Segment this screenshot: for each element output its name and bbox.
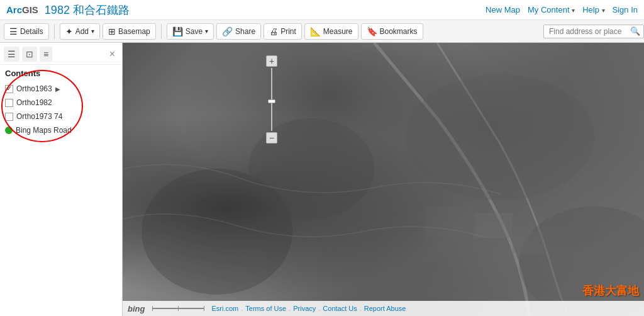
bookmarks-icon: 🔖	[367, 26, 377, 37]
save-button[interactable]: 💾 Save ▾	[167, 23, 214, 40]
zoom-thumb[interactable]	[268, 99, 275, 103]
layer-expand-arrow-ortho1963[interactable]: ▶	[55, 86, 60, 93]
print-icon: 🖨	[269, 26, 278, 37]
add-button[interactable]: ✦ Add ▾	[60, 23, 100, 40]
nav-links: New Map My Content ▾ Help ▾ Sign In	[486, 5, 638, 14]
esri-link[interactable]: Esri.com	[212, 305, 239, 312]
list-item[interactable]: Ortho1982	[0, 96, 122, 110]
share-icon: 🔗	[222, 26, 233, 37]
new-map-link[interactable]: New Map	[486, 5, 520, 14]
save-dropdown-arrow: ▾	[205, 28, 208, 35]
search-icon: 🔍	[630, 26, 640, 36]
my-content-arrow: ▾	[572, 7, 575, 14]
add-dropdown-arrow: ▾	[91, 28, 94, 35]
map-area[interactable]: + − 香港大富地 bing Esri.com . Terms of Use .	[123, 43, 644, 316]
footer-sep-1: .	[241, 305, 243, 312]
watermark: 香港大富地	[582, 283, 639, 298]
basemap-icon: ⊞	[108, 26, 116, 37]
arcgis-logo: ArcGIS	[6, 4, 38, 15]
sidebar-close-button[interactable]: ×	[106, 47, 118, 61]
bookmarks-button[interactable]: 🔖 Bookmarks	[361, 23, 423, 40]
sidebar-view-table-button[interactable]: ⊡	[22, 47, 37, 62]
search-input[interactable]	[543, 25, 644, 38]
svg-rect-5	[475, 213, 513, 238]
map-footer: bing Esri.com . Terms of Use . Privacy .…	[123, 301, 644, 316]
list-item[interactable]: Ortho1963 ▶	[0, 82, 122, 96]
zoom-in-button[interactable]: +	[266, 55, 277, 67]
footer-sep-3: .	[318, 305, 320, 312]
svg-rect-4	[425, 206, 475, 238]
sidebar-view-details-button[interactable]: ☰	[4, 47, 19, 62]
details-button[interactable]: ☰ Details	[4, 23, 49, 40]
scale-bar	[152, 306, 204, 311]
main-content: ☰ ⊡ ≡ × Contents Ortho1963 ▶ Ortho1982 O…	[0, 43, 644, 316]
save-icon: 💾	[172, 26, 183, 37]
toolbar-separator-2	[161, 24, 162, 39]
top-nav-bar: ArcGIS 1982 和合石鐵路 New Map My Content ▾ H…	[0, 0, 644, 20]
map-background	[123, 43, 644, 316]
map-overlay	[123, 43, 644, 316]
layer-label-bingmapsroad: Bing Maps Road	[16, 126, 72, 135]
layer-checkbox-ortho1963[interactable]	[5, 85, 13, 93]
sidebar: ☰ ⊡ ≡ × Contents Ortho1963 ▶ Ortho1982 O…	[0, 43, 123, 316]
report-link[interactable]: Report Abuse	[364, 305, 406, 312]
svg-rect-7	[550, 219, 594, 247]
bing-logo: bing	[128, 304, 145, 313]
toolbar: ☰ Details ✦ Add ▾ ⊞ Basemap 💾 Save ▾ 🔗 S…	[0, 20, 644, 43]
share-button[interactable]: 🔗 Share	[216, 23, 261, 40]
layer-label-ortho1963: Ortho1963	[16, 84, 52, 93]
help-link[interactable]: Help ▾	[582, 5, 604, 14]
svg-rect-6	[513, 232, 544, 254]
print-button[interactable]: 🖨 Print	[264, 23, 302, 40]
footer-sep-2: .	[289, 305, 291, 312]
contents-label: Contents	[0, 65, 122, 81]
svg-point-2	[406, 74, 594, 200]
terms-link[interactable]: Terms of Use	[245, 305, 286, 312]
page-title: 1982 和合石鐵路	[45, 3, 486, 18]
sign-in-link[interactable]: Sign In	[613, 5, 638, 14]
contact-link[interactable]: Contact Us	[323, 305, 357, 312]
layer-list: Ortho1963 ▶ Ortho1982 Ortho1973 74 Bing …	[0, 81, 122, 316]
list-item[interactable]: Bing Maps Road	[0, 123, 122, 137]
add-icon: ✦	[65, 26, 73, 37]
privacy-link[interactable]: Privacy	[293, 305, 316, 312]
zoom-track	[271, 68, 272, 131]
bing-dot-icon	[5, 127, 13, 134]
my-content-link[interactable]: My Content ▾	[528, 5, 575, 14]
sidebar-icon-row: ☰ ⊡ ≡ ×	[0, 43, 122, 65]
list-item[interactable]: Ortho1973 74	[0, 110, 122, 123]
layer-checkbox-ortho197374[interactable]	[5, 113, 13, 121]
toolbar-separator	[54, 24, 55, 39]
basemap-button[interactable]: ⊞ Basemap	[103, 23, 156, 40]
measure-button[interactable]: 📐 Measure	[304, 23, 358, 40]
layer-label-ortho1982: Ortho1982	[16, 98, 52, 107]
layer-checkbox-ortho1982[interactable]	[5, 99, 13, 107]
footer-sep-4: .	[360, 305, 362, 312]
details-icon: ☰	[9, 26, 18, 37]
zoom-out-button[interactable]: −	[266, 132, 277, 144]
measure-icon: 📐	[310, 26, 321, 37]
zoom-control: + −	[266, 55, 277, 144]
layer-label-ortho197374: Ortho1973 74	[16, 112, 62, 121]
search-box[interactable]: 🔍	[543, 25, 640, 38]
sidebar-view-list-button[interactable]: ≡	[40, 47, 52, 62]
help-arrow: ▾	[602, 7, 605, 14]
